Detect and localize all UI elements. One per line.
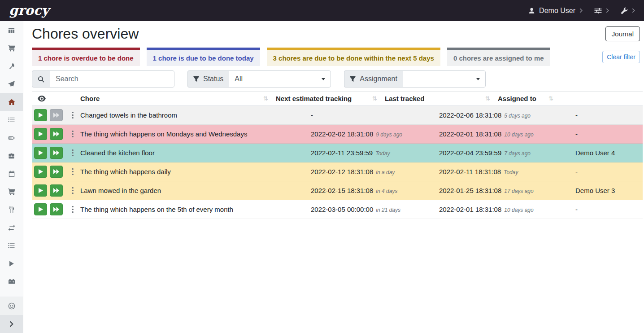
sidebar-expand-toggle[interactable] [0,315,23,333]
banner-assigned-to-me-filter[interactable]: 0 chores are assigned to me [447,48,550,66]
track-execution-button[interactable] [34,128,47,140]
sidebar-item-equipment[interactable] [0,147,23,165]
track-execution-button[interactable] [34,109,47,121]
skip-execution-button[interactable] [50,128,63,140]
sidebar-item-feedback[interactable] [0,297,23,315]
house-icon [8,99,15,105]
next-tracking-cell: 2022-02-11 23:59:59Today [311,149,439,157]
skip-execution-button[interactable] [50,109,63,121]
column-header-chore[interactable]: Chore ⇅ [77,92,273,105]
sidebar-item-chore-tracking[interactable] [0,254,23,272]
status-filter-prefix: Status [187,70,229,88]
play-icon [39,113,43,118]
status-banner-row: 1 chore is overdue to be done 1 chore is… [23,42,644,66]
row-menu-button[interactable] [69,147,76,159]
paper-plane-icon [8,81,15,88]
sidebar-item-chores-overview[interactable] [0,93,23,111]
sidebar-item-transfer[interactable] [0,219,23,237]
sidebar-item-stock-overview[interactable] [0,21,23,39]
clear-filter-button[interactable]: Clear filter [602,51,640,63]
assignment-filter-label: Assignment [360,75,397,83]
next-tracking-relative: in 4 days [376,188,397,194]
play-icon [39,188,43,193]
sidebar-item-calendar[interactable] [0,165,23,183]
chevron-down-icon [476,78,480,80]
navbar-menus: Demo User [517,7,635,15]
next-tracking-cell: 2022-02-12 18:31:08in a day [311,168,439,175]
journal-button[interactable]: Journal [605,26,640,41]
filter-icon [350,76,356,82]
fast-forward-icon [53,131,59,136]
sidebar-item-tasks[interactable] [0,111,23,129]
banner-due-today-filter[interactable]: 1 chore is due to be done today [147,48,260,66]
sidebar-item-purchase[interactable] [0,183,23,201]
chore-name: The thing which happens daily [77,168,311,175]
skip-execution-button[interactable] [50,184,63,197]
sidebar-item-battery-tracking[interactable] [0,272,23,290]
skip-execution-button[interactable] [50,203,63,215]
sort-icon: ⇅ [263,95,268,102]
row-menu-button[interactable] [69,128,76,140]
last-tracked-cell: 2022-02-06 18:31:085 days ago [439,111,575,119]
fast-forward-icon [53,207,59,212]
row-menu-button[interactable] [69,184,76,197]
row-menu-button[interactable] [69,109,76,121]
app-logo[interactable]: grocy [9,4,49,17]
last-tracked-timestamp: 2022-01-25 18:31:08 [439,187,501,194]
eye-icon [38,96,46,102]
next-tracking-timestamp: - [311,111,313,119]
utensils-icon [9,206,15,213]
chore-name: Cleaned the kitchen floor [77,149,311,157]
track-execution-button[interactable] [34,147,47,159]
sort-icon: ⇅ [372,95,377,102]
assignment-filter-prefix: Assignment [344,70,403,88]
sort-icon: ⇅ [485,95,490,102]
banner-due-soon-filter[interactable]: 3 chores are due to be done within the n… [267,48,440,66]
column-header-assigned-to[interactable]: Assigned to ⇅ [495,92,558,105]
settings-menu[interactable] [594,7,609,14]
search-group [32,70,174,88]
column-header-next-tracking[interactable]: Next estimated tracking ⇅ [273,92,382,105]
row-controls [32,203,77,215]
assigned-to-cell: - [575,206,643,213]
search-input[interactable] [50,70,174,88]
chore-row: Cleaned the kitchen floor 2022-02-11 23:… [32,144,643,162]
skip-execution-button[interactable] [50,166,63,178]
fast-forward-icon [53,169,59,174]
sidebar-item-meal-plan[interactable] [0,75,23,93]
row-menu-button[interactable] [69,166,76,178]
banner-overdue-filter[interactable]: 1 chore is overdue to be done [32,48,140,66]
track-execution-button[interactable] [34,184,47,197]
column-header-last-tracked[interactable]: Last tracked ⇅ [382,92,495,105]
assignment-select[interactable] [403,70,486,88]
skip-execution-button[interactable] [50,147,63,159]
chore-name: The thing which happens on Mondays and W… [77,130,311,138]
admin-menu[interactable] [621,7,635,14]
chore-row: The thing which happens daily 2022-02-12… [32,162,643,181]
person-icon [528,7,535,14]
user-menu[interactable]: Demo User [528,7,583,15]
assigned-to-cell: - [575,168,643,175]
sidebar-item-consume[interactable] [0,201,23,219]
last-tracked-timestamp: 2022-02-04 23:59:59 [439,149,501,157]
filter-icon [193,76,199,82]
status-select[interactable]: All [229,70,331,88]
visibility-toggle-header[interactable] [32,92,77,105]
row-menu-button[interactable] [69,203,76,215]
sidebar-item-batteries-overview[interactable] [0,129,23,147]
track-execution-button[interactable] [34,203,47,215]
last-tracked-relative: 7 days ago [504,150,531,157]
status-filter-group: Status All [187,70,331,88]
sidebar-item-inventory[interactable] [0,237,23,254]
sidebar-item-recipes[interactable] [0,57,23,75]
column-header-label: Last tracked [385,95,424,102]
track-execution-button[interactable] [34,166,47,178]
assigned-to-cell: Demo User 3 [575,187,643,194]
main-content: Chores overview Journal 1 chore is overd… [23,21,644,333]
last-tracked-cell: 2022-02-11 18:31:08Today [439,168,575,175]
next-tracking-cell: 2022-03-05 00:00:00in 21 days [311,206,439,213]
row-controls [32,166,77,178]
sidebar-item-shopping-list[interactable] [0,39,23,57]
shopping-cart-icon [8,44,15,52]
last-tracked-cell: 2022-02-01 18:31:0810 days ago [439,206,575,213]
